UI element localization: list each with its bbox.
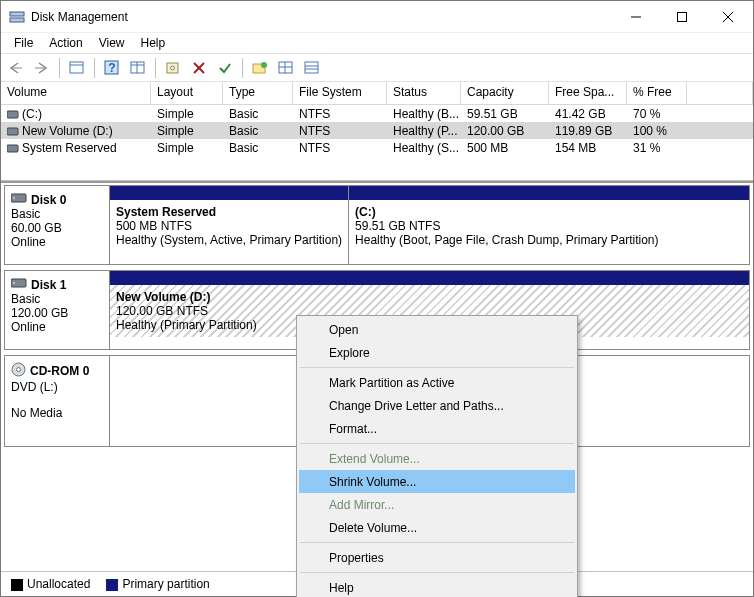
- menu-action[interactable]: Action: [41, 33, 90, 53]
- svg-point-20: [261, 62, 267, 68]
- ctx-format[interactable]: Format...: [299, 417, 575, 440]
- legend-swatch-primary: [106, 579, 118, 591]
- disk-icon: [11, 277, 27, 292]
- svg-point-31: [13, 197, 15, 199]
- checkmark-icon[interactable]: [214, 57, 236, 79]
- svg-point-33: [13, 282, 15, 284]
- col-capacity[interactable]: Capacity: [461, 82, 549, 105]
- svg-rect-1: [10, 18, 24, 22]
- menu-file[interactable]: File: [6, 33, 41, 53]
- svg-rect-3: [678, 12, 687, 21]
- col-layout[interactable]: Layout: [151, 82, 223, 105]
- col-spacer: [687, 82, 753, 105]
- disk-icon: [11, 192, 27, 207]
- menu-view[interactable]: View: [91, 33, 133, 53]
- svg-rect-24: [305, 62, 318, 73]
- ctx-extend-volume: Extend Volume...: [299, 447, 575, 470]
- col-volume[interactable]: Volume: [1, 82, 151, 105]
- window-title: Disk Management: [31, 10, 613, 24]
- new-partition-icon[interactable]: [249, 57, 271, 79]
- partition-system-reserved[interactable]: System Reserved 500 MB NTFS Healthy (Sys…: [110, 186, 348, 264]
- disk-0-info: Disk 0 Basic 60.00 GB Online: [5, 186, 110, 264]
- col-freespace[interactable]: Free Spa...: [549, 82, 627, 105]
- toolbar-grid-icon[interactable]: [275, 57, 297, 79]
- close-button[interactable]: [705, 2, 751, 32]
- context-menu: Open Explore Mark Partition as Active Ch…: [296, 315, 578, 597]
- svg-rect-29: [7, 145, 18, 152]
- ctx-open[interactable]: Open: [299, 318, 575, 341]
- ctx-change-letter[interactable]: Change Drive Letter and Paths...: [299, 394, 575, 417]
- toolbar-view-icon[interactable]: [66, 57, 88, 79]
- ctx-help[interactable]: Help: [299, 576, 575, 597]
- ctx-explore[interactable]: Explore: [299, 341, 575, 364]
- svg-rect-0: [10, 12, 24, 16]
- volume-table: Volume Layout Type File System Status Ca…: [1, 82, 753, 181]
- svg-rect-15: [167, 63, 178, 73]
- forward-button[interactable]: [31, 57, 53, 79]
- col-type[interactable]: Type: [223, 82, 293, 105]
- drive-icon: [7, 126, 19, 136]
- ctx-shrink-volume[interactable]: Shrink Volume...: [299, 470, 575, 493]
- toolbar-list-icon[interactable]: [301, 57, 323, 79]
- partition-c[interactable]: (C:) 59.51 GB NTFS Healthy (Boot, Page F…: [348, 186, 749, 264]
- table-row[interactable]: New Volume (D:)SimpleBasicNTFSHealthy (P…: [1, 122, 753, 139]
- titlebar: Disk Management: [1, 1, 753, 32]
- delete-icon[interactable]: [188, 57, 210, 79]
- col-status[interactable]: Status: [387, 82, 461, 105]
- ctx-mark-active[interactable]: Mark Partition as Active: [299, 371, 575, 394]
- back-button[interactable]: [5, 57, 27, 79]
- minimize-button[interactable]: [613, 2, 659, 32]
- table-row[interactable]: (C:)SimpleBasicNTFSHealthy (B...59.51 GB…: [1, 105, 753, 122]
- menu-help[interactable]: Help: [133, 33, 174, 53]
- svg-text:?: ?: [108, 61, 115, 75]
- menubar: File Action View Help: [1, 32, 753, 53]
- drive-icon: [7, 109, 19, 119]
- app-icon: [9, 9, 25, 25]
- ctx-add-mirror: Add Mirror...: [299, 493, 575, 516]
- ctx-properties[interactable]: Properties: [299, 546, 575, 569]
- maximize-button[interactable]: [659, 2, 705, 32]
- disk-0-row[interactable]: Disk 0 Basic 60.00 GB Online System Rese…: [4, 185, 750, 265]
- ctx-delete-volume[interactable]: Delete Volume...: [299, 516, 575, 539]
- help-icon[interactable]: ?: [101, 57, 123, 79]
- col-pctfree[interactable]: % Free: [627, 82, 687, 105]
- drive-icon: [7, 143, 19, 153]
- table-row[interactable]: System ReservedSimpleBasicNTFSHealthy (S…: [1, 139, 753, 156]
- col-filesystem[interactable]: File System: [293, 82, 387, 105]
- svg-point-35: [17, 368, 21, 372]
- disk-1-info: Disk 1 Basic 120.00 GB Online: [5, 271, 110, 349]
- table-header: Volume Layout Type File System Status Ca…: [1, 82, 753, 105]
- settings-icon[interactable]: [162, 57, 184, 79]
- svg-rect-8: [70, 62, 83, 73]
- cdrom-info: CD-ROM 0 DVD (L:) No Media: [5, 356, 110, 446]
- svg-rect-27: [7, 111, 18, 118]
- svg-rect-28: [7, 128, 18, 135]
- legend-swatch-unallocated: [11, 579, 23, 591]
- toolbar-layout-icon[interactable]: [127, 57, 149, 79]
- toolbar: ?: [1, 53, 753, 82]
- disc-icon: [11, 362, 26, 380]
